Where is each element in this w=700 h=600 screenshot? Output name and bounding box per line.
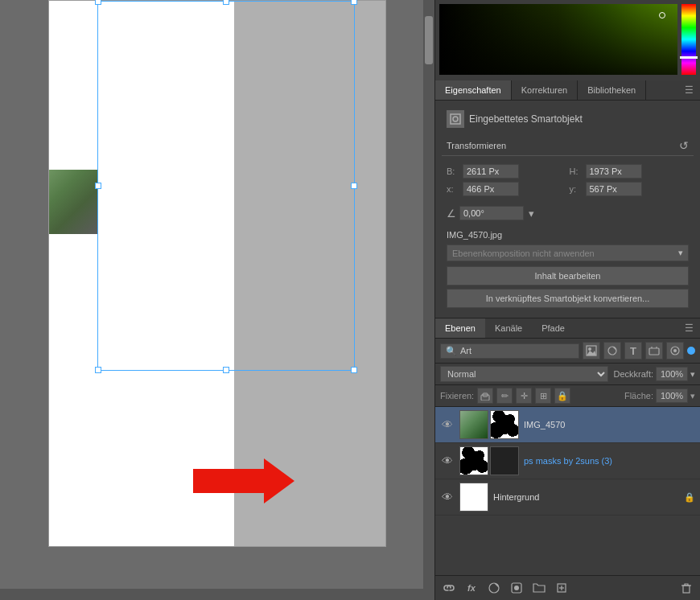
x-label: x: xyxy=(447,184,459,194)
svg-rect-0 xyxy=(451,114,460,124)
spectrum-indicator[interactable] xyxy=(680,56,698,59)
properties-tabs: Eigenschaften Korrekturen Bibliotheken ☰ xyxy=(435,80,700,101)
scrollbar-thumb-v[interactable] xyxy=(425,16,433,64)
x-input[interactable] xyxy=(463,182,519,196)
fill-input[interactable] xyxy=(656,388,688,403)
layer-name-hintergrund: Hintergrund xyxy=(493,492,679,502)
b-label: B: xyxy=(447,166,459,176)
layer-item-hintergrund[interactable]: 👁 Hintergrund 🔒 xyxy=(435,479,700,516)
fixieren-label: Fixieren: xyxy=(440,391,474,401)
layer-filter-shape-icon[interactable] xyxy=(645,342,663,360)
layer-visibility-hintergrund[interactable]: 👁 xyxy=(440,490,455,504)
svg-rect-6 xyxy=(649,348,659,355)
transform-label: Transformieren xyxy=(447,141,506,150)
layer-thumbs-hintergrund xyxy=(459,483,488,512)
new-group-button[interactable] xyxy=(530,579,548,597)
lock-pixels-icon[interactable]: ✏ xyxy=(496,388,513,404)
field-x: x: xyxy=(447,182,566,196)
opacity-label: Deckkraft: xyxy=(613,369,653,379)
opacity-input[interactable] xyxy=(656,367,688,381)
new-layer-button[interactable] xyxy=(553,579,570,597)
angle-dropdown-icon[interactable]: ▾ xyxy=(529,208,534,220)
reset-icon[interactable]: ↺ xyxy=(679,139,689,152)
layer-visibility-ps-masks[interactable]: 👁 xyxy=(440,454,455,468)
opacity-dropdown-icon[interactable]: ▾ xyxy=(690,369,695,380)
angle-row: ∠ ▾ xyxy=(442,203,694,224)
lock-position-icon[interactable]: ✛ xyxy=(516,388,532,404)
layer-thumbs-ps-masks xyxy=(459,446,519,475)
layer-lock-icon-hintergrund: 🔒 xyxy=(684,492,695,503)
blend-mode-select[interactable]: Normal xyxy=(440,366,608,382)
color-picker-dot[interactable] xyxy=(659,12,665,18)
svg-point-3 xyxy=(588,347,591,351)
horizontal-scrollbar[interactable] xyxy=(0,589,423,600)
photo-snippet xyxy=(49,170,97,234)
new-fill-adjustment-button[interactable] xyxy=(485,579,503,597)
thumb-content-ps-masks xyxy=(460,447,488,475)
lock-artboard-icon[interactable]: ⊞ xyxy=(535,388,551,404)
layer-filter-adjust-icon[interactable] xyxy=(603,342,621,360)
smart-object-icon xyxy=(447,110,464,128)
vertical-scrollbar[interactable] xyxy=(423,0,434,600)
h-input[interactable] xyxy=(586,164,642,179)
fill-label: Fläche: xyxy=(624,391,653,401)
layers-toolbar: 🔍 T xyxy=(435,339,700,364)
mask-content-ps-masks xyxy=(491,447,518,475)
thumb-content-img4570 xyxy=(460,411,488,438)
properties-panel: Eigenschaften Korrekturen Bibliotheken ☰… xyxy=(435,80,700,318)
add-mask-button[interactable] xyxy=(508,579,525,597)
search-box[interactable]: 🔍 xyxy=(440,343,579,359)
ebenenkomposition-label: Ebenenkomposition nicht anwenden xyxy=(452,249,595,258)
properties-menu-icon[interactable]: ☰ xyxy=(678,81,700,99)
layers-panel: Ebenen Kanäle Pfade ☰ 🔍 T xyxy=(435,318,700,600)
layer-item-ps-masks[interactable]: 👁 ps masks by 2suns (3) xyxy=(435,443,700,479)
link-layers-button[interactable] xyxy=(440,579,458,597)
lock-row: Fixieren: ✏ ✛ ⊞ 🔒 Fläche: ▾ xyxy=(435,385,700,407)
fill-dropdown-icon[interactable]: ▾ xyxy=(690,391,695,401)
properties-content: Eingebettetes Smartobjekt Transformieren… xyxy=(435,101,700,318)
layers-menu-icon[interactable]: ☰ xyxy=(678,319,700,337)
layer-item-img4570[interactable]: 👁 IMG_4570 xyxy=(435,407,700,443)
layer-thumb-ps-masks xyxy=(459,446,488,475)
layers-tabs: Ebenen Kanäle Pfade ☰ xyxy=(435,318,700,339)
layer-filter-image-icon[interactable] xyxy=(583,342,600,360)
tab-eigenschaften[interactable]: Eigenschaften xyxy=(435,80,512,100)
color-spectrum[interactable] xyxy=(681,4,696,75)
y-input[interactable] xyxy=(586,182,642,196)
angle-input[interactable] xyxy=(459,206,524,220)
layer-mask-ps-masks xyxy=(490,446,519,475)
tab-korrekturen[interactable]: Korrekturen xyxy=(512,80,578,100)
color-picker-area[interactable] xyxy=(435,0,700,80)
smart-object-label: Eingebettetes Smartobjekt xyxy=(469,113,583,125)
layer-name-img4570: IMG_4570 xyxy=(524,420,695,429)
delete-layer-button[interactable] xyxy=(677,579,695,597)
arrow-pointer xyxy=(193,458,290,503)
tab-ebenen[interactable]: Ebenen xyxy=(435,318,485,338)
svg-point-8 xyxy=(673,349,677,352)
layer-search-input[interactable] xyxy=(460,346,500,355)
svg-marker-4 xyxy=(587,351,596,355)
fx-button[interactable]: fx xyxy=(463,579,480,597)
y-label: y: xyxy=(570,184,583,194)
layer-filter-smart-icon[interactable] xyxy=(666,342,684,360)
lock-transparent-icon[interactable] xyxy=(477,388,493,404)
opacity-row: Deckkraft: ▾ xyxy=(613,367,695,381)
layer-thumb-hintergrund xyxy=(459,483,488,512)
ebenenkomposition-dropdown[interactable]: Ebenenkomposition nicht anwenden ▾ xyxy=(447,245,689,261)
konvertieren-button[interactable]: In verknüpftes Smartobjekt konvertieren.… xyxy=(447,289,689,308)
tab-bibliotheken[interactable]: Bibliotheken xyxy=(578,80,646,100)
canvas-area xyxy=(0,0,434,600)
color-gradient[interactable] xyxy=(439,4,677,75)
lock-all-icon[interactable]: 🔒 xyxy=(554,388,570,404)
thumb-content-hintergrund xyxy=(460,483,488,511)
field-h: H: xyxy=(570,164,690,179)
svg-rect-9 xyxy=(481,395,489,401)
arrow-shape xyxy=(193,458,290,503)
inhalt-bearbeiten-button[interactable]: Inhalt bearbeiten xyxy=(447,266,689,286)
layer-filter-type-icon[interactable]: T xyxy=(624,342,642,360)
tab-pfade[interactable]: Pfade xyxy=(532,318,574,338)
svg-rect-17 xyxy=(683,586,690,593)
b-input[interactable] xyxy=(463,164,519,179)
tab-kanaele[interactable]: Kanäle xyxy=(485,318,532,338)
layer-visibility-img4570[interactable]: 👁 xyxy=(440,417,455,432)
